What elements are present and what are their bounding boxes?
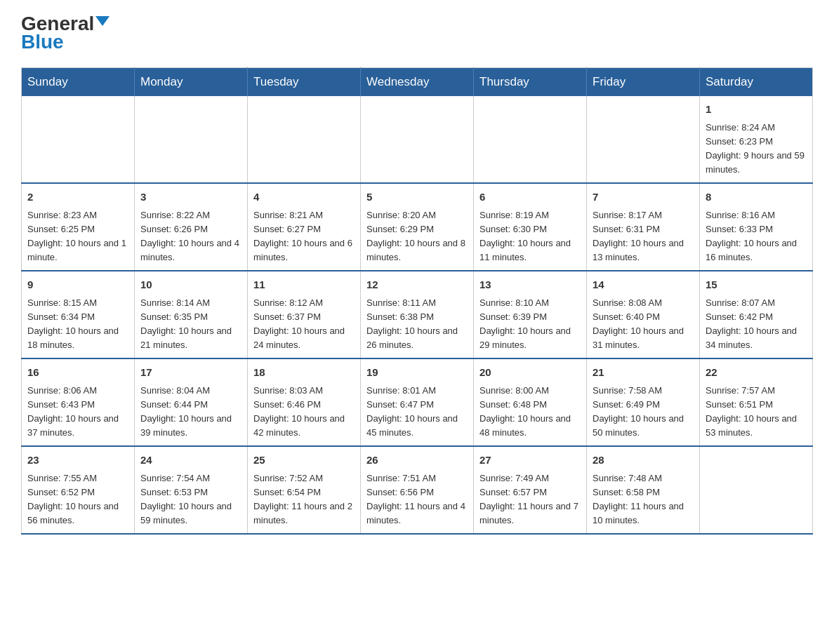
day-info: Sunrise: 7:51 AM Sunset: 6:56 PM Dayligh… (366, 471, 468, 528)
day-info: Sunrise: 8:20 AM Sunset: 6:29 PM Dayligh… (366, 208, 468, 265)
day-number: 5 (366, 189, 468, 206)
calendar-day-cell (361, 96, 474, 183)
calendar-week-row: 16Sunrise: 8:06 AM Sunset: 6:43 PM Dayli… (22, 358, 813, 446)
day-number: 7 (593, 189, 694, 206)
logo-triangle-icon (95, 16, 110, 26)
calendar-day-cell: 7Sunrise: 8:17 AM Sunset: 6:31 PM Daylig… (587, 183, 700, 271)
calendar-day-cell: 4Sunrise: 8:21 AM Sunset: 6:27 PM Daylig… (248, 183, 361, 271)
calendar-week-row: 9Sunrise: 8:15 AM Sunset: 6:34 PM Daylig… (22, 271, 813, 358)
day-number: 4 (253, 189, 355, 206)
day-number: 15 (706, 277, 807, 293)
day-number: 16 (27, 365, 128, 381)
calendar-day-cell (700, 446, 813, 534)
calendar-day-cell: 22Sunrise: 7:57 AM Sunset: 6:51 PM Dayli… (700, 358, 813, 446)
day-of-week-header: Monday (135, 68, 248, 97)
day-number: 23 (27, 452, 128, 469)
calendar-table: SundayMondayTuesdayWednesdayThursdayFrid… (21, 67, 813, 535)
day-info: Sunrise: 7:54 AM Sunset: 6:53 PM Dayligh… (140, 471, 241, 528)
day-info: Sunrise: 8:17 AM Sunset: 6:31 PM Dayligh… (593, 208, 694, 265)
day-number: 27 (479, 452, 581, 469)
day-info: Sunrise: 8:23 AM Sunset: 6:25 PM Dayligh… (27, 208, 128, 265)
day-number: 26 (366, 452, 468, 469)
day-number: 28 (593, 452, 694, 469)
calendar-week-row: 23Sunrise: 7:55 AM Sunset: 6:52 PM Dayli… (22, 446, 813, 534)
day-number: 19 (366, 365, 468, 381)
calendar-header-row: SundayMondayTuesdayWednesdayThursdayFrid… (22, 68, 813, 97)
calendar-day-cell: 28Sunrise: 7:48 AM Sunset: 6:58 PM Dayli… (587, 446, 700, 534)
calendar-day-cell (135, 96, 248, 183)
calendar-day-cell: 1Sunrise: 8:24 AM Sunset: 6:23 PM Daylig… (700, 96, 813, 183)
calendar-day-cell (587, 96, 700, 183)
calendar-day-cell: 19Sunrise: 8:01 AM Sunset: 6:47 PM Dayli… (361, 358, 474, 446)
day-info: Sunrise: 8:00 AM Sunset: 6:48 PM Dayligh… (479, 384, 581, 441)
day-of-week-header: Tuesday (248, 68, 361, 97)
calendar-day-cell: 21Sunrise: 7:58 AM Sunset: 6:49 PM Dayli… (587, 358, 700, 446)
day-number: 6 (479, 189, 581, 206)
calendar-day-cell: 8Sunrise: 8:16 AM Sunset: 6:33 PM Daylig… (700, 183, 813, 271)
calendar-day-cell (248, 96, 361, 183)
calendar-day-cell: 23Sunrise: 7:55 AM Sunset: 6:52 PM Dayli… (22, 446, 135, 534)
calendar-day-cell: 27Sunrise: 7:49 AM Sunset: 6:57 PM Dayli… (474, 446, 587, 534)
calendar-day-cell: 15Sunrise: 8:07 AM Sunset: 6:42 PM Dayli… (700, 271, 813, 358)
calendar-day-cell: 10Sunrise: 8:14 AM Sunset: 6:35 PM Dayli… (135, 271, 248, 358)
day-of-week-header: Friday (587, 68, 700, 97)
calendar-day-cell: 26Sunrise: 7:51 AM Sunset: 6:56 PM Dayli… (361, 446, 474, 534)
day-info: Sunrise: 8:06 AM Sunset: 6:43 PM Dayligh… (27, 384, 128, 441)
logo: General Blue (21, 14, 110, 53)
day-info: Sunrise: 8:12 AM Sunset: 6:37 PM Dayligh… (253, 296, 355, 353)
day-number: 3 (140, 189, 241, 206)
calendar-day-cell: 14Sunrise: 8:08 AM Sunset: 6:40 PM Dayli… (587, 271, 700, 358)
day-number: 21 (593, 365, 694, 381)
calendar-day-cell (22, 96, 135, 183)
day-number: 10 (140, 277, 241, 293)
calendar-day-cell: 16Sunrise: 8:06 AM Sunset: 6:43 PM Dayli… (22, 358, 135, 446)
day-number: 8 (706, 189, 807, 206)
calendar-day-cell: 12Sunrise: 8:11 AM Sunset: 6:38 PM Dayli… (361, 271, 474, 358)
day-info: Sunrise: 8:21 AM Sunset: 6:27 PM Dayligh… (253, 208, 355, 265)
day-info: Sunrise: 7:57 AM Sunset: 6:51 PM Dayligh… (706, 384, 807, 441)
day-number: 25 (253, 452, 355, 469)
day-info: Sunrise: 8:03 AM Sunset: 6:46 PM Dayligh… (253, 384, 355, 441)
day-info: Sunrise: 8:11 AM Sunset: 6:38 PM Dayligh… (366, 296, 468, 353)
day-info: Sunrise: 8:15 AM Sunset: 6:34 PM Dayligh… (27, 296, 128, 353)
day-info: Sunrise: 7:55 AM Sunset: 6:52 PM Dayligh… (27, 471, 128, 528)
day-info: Sunrise: 8:08 AM Sunset: 6:40 PM Dayligh… (593, 296, 694, 353)
day-number: 9 (27, 277, 128, 293)
calendar-day-cell: 2Sunrise: 8:23 AM Sunset: 6:25 PM Daylig… (22, 183, 135, 271)
day-info: Sunrise: 7:48 AM Sunset: 6:58 PM Dayligh… (593, 471, 694, 528)
day-of-week-header: Wednesday (361, 68, 474, 97)
day-info: Sunrise: 8:19 AM Sunset: 6:30 PM Dayligh… (479, 208, 581, 265)
calendar-week-row: 2Sunrise: 8:23 AM Sunset: 6:25 PM Daylig… (22, 183, 813, 271)
calendar-day-cell: 20Sunrise: 8:00 AM Sunset: 6:48 PM Dayli… (474, 358, 587, 446)
calendar-day-cell: 13Sunrise: 8:10 AM Sunset: 6:39 PM Dayli… (474, 271, 587, 358)
day-of-week-header: Saturday (700, 68, 813, 97)
day-info: Sunrise: 8:04 AM Sunset: 6:44 PM Dayligh… (140, 384, 241, 441)
day-number: 2 (27, 189, 128, 206)
calendar-day-cell: 25Sunrise: 7:52 AM Sunset: 6:54 PM Dayli… (248, 446, 361, 534)
calendar-day-cell: 9Sunrise: 8:15 AM Sunset: 6:34 PM Daylig… (22, 271, 135, 358)
day-of-week-header: Sunday (22, 68, 135, 97)
day-number: 13 (479, 277, 581, 293)
calendar-day-cell: 6Sunrise: 8:19 AM Sunset: 6:30 PM Daylig… (474, 183, 587, 271)
day-info: Sunrise: 8:07 AM Sunset: 6:42 PM Dayligh… (706, 296, 807, 353)
day-number: 24 (140, 452, 241, 469)
day-info: Sunrise: 7:58 AM Sunset: 6:49 PM Dayligh… (593, 384, 694, 441)
calendar-day-cell (474, 96, 587, 183)
day-info: Sunrise: 8:24 AM Sunset: 6:23 PM Dayligh… (706, 121, 807, 177)
day-number: 12 (366, 277, 468, 293)
day-number: 18 (253, 365, 355, 381)
day-info: Sunrise: 7:49 AM Sunset: 6:57 PM Dayligh… (479, 471, 581, 528)
day-info: Sunrise: 8:22 AM Sunset: 6:26 PM Dayligh… (140, 208, 241, 265)
day-info: Sunrise: 8:10 AM Sunset: 6:39 PM Dayligh… (479, 296, 581, 353)
calendar-day-cell: 5Sunrise: 8:20 AM Sunset: 6:29 PM Daylig… (361, 183, 474, 271)
day-number: 17 (140, 365, 241, 381)
day-number: 20 (479, 365, 581, 381)
day-number: 11 (253, 277, 355, 293)
calendar-day-cell: 18Sunrise: 8:03 AM Sunset: 6:46 PM Dayli… (248, 358, 361, 446)
calendar-day-cell: 11Sunrise: 8:12 AM Sunset: 6:37 PM Dayli… (248, 271, 361, 358)
day-number: 1 (706, 102, 807, 118)
calendar-day-cell: 3Sunrise: 8:22 AM Sunset: 6:26 PM Daylig… (135, 183, 248, 271)
day-info: Sunrise: 8:01 AM Sunset: 6:47 PM Dayligh… (366, 384, 468, 441)
day-info: Sunrise: 8:14 AM Sunset: 6:35 PM Dayligh… (140, 296, 241, 353)
page-header: General Blue (21, 14, 813, 53)
